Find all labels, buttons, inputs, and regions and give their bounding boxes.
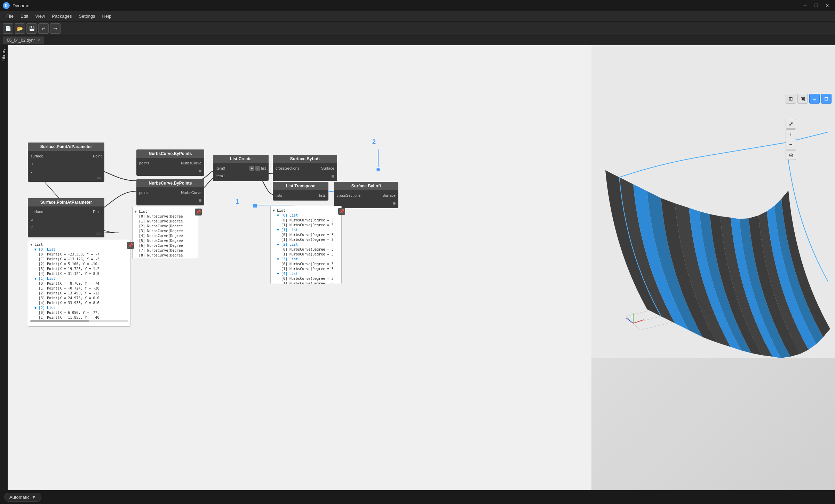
menu-packages[interactable]: Packages (48, 12, 75, 20)
panel-title-points: ▼ List (30, 242, 128, 247)
node-surface-byloft-2[interactable]: Surface.ByLoft crossSections Surface (334, 182, 398, 208)
port-crosssections-label2: crossSections (337, 193, 360, 197)
list-create-controls: + - list (249, 166, 266, 171)
trans-item-4: ▼ [4] List (273, 271, 339, 276)
zoom-out-btn[interactable]: − (786, 140, 796, 149)
port-row-surface1: surface Point (28, 152, 104, 160)
list-create-add-btn[interactable]: + (249, 166, 254, 171)
list-create-remove-btn[interactable]: - (255, 166, 260, 171)
panel-item-0-2: [2] Point(X = 5.100, Y = -10. (30, 262, 128, 267)
port-point-label2: Point (93, 210, 102, 214)
menu-bar: File Edit View Packages Settings Help (0, 11, 835, 22)
panel-item-2: ▼ [2] List (30, 306, 128, 310)
panel-item-1-1: [1] Point(X = -0.724, Y = -38 (30, 286, 128, 291)
menu-help[interactable]: Help (98, 12, 115, 20)
panel-item-0: ▼ [0] List (30, 247, 128, 252)
badge-label-2: 2 (372, 138, 376, 146)
library-panel[interactable]: Library (0, 45, 8, 490)
port-surface-label1: Surface (321, 166, 334, 170)
data-panel-transpose: ▼ List ▼ [0] List [0] NurbsCurve(Degree … (270, 206, 342, 284)
node-list-transpose[interactable]: List.Transpose lists lists (273, 182, 328, 201)
view-controls: ⊞ ▣ ≡ ⊟ ⤢ + − ⊕ (786, 94, 832, 160)
tab-close-icon[interactable]: ✕ (37, 38, 40, 42)
zoom-in-btn[interactable]: + (786, 129, 796, 139)
node-surface-byloft-1[interactable]: Surface.ByLoft crossSections Surface (273, 155, 337, 181)
open-button[interactable]: 📂 (15, 23, 25, 34)
port-row-u1: u (28, 160, 104, 168)
node-nurbs-by-points-1[interactable]: NurbsCurve.ByPoints points NurbsCurve (136, 149, 204, 176)
port-points-label1: points (139, 161, 149, 165)
pin-icon-points[interactable]: 📌 (127, 242, 134, 249)
node-nurbs-by-points-2[interactable]: NurbsCurve.ByPoints points NurbsCurve (136, 179, 204, 205)
zoom-fit-btn[interactable]: ⤢ (786, 119, 796, 129)
port-crosssections-label1: crossSections (276, 166, 299, 170)
port-row-transpose: lists lists (273, 192, 328, 199)
main-canvas[interactable]: Surface.PointAtParameter surface Point u… (8, 45, 835, 490)
trans-item-2: ▼ [2] List (273, 242, 339, 247)
connector-dot-2 (376, 168, 380, 171)
node-surface-point-at-parameter-2[interactable]: Surface.PointAtParameter surface Point u… (28, 198, 104, 237)
nurbs-item-3: [3] NurbsCurve(Degree (135, 229, 196, 234)
port-point-label1: Point (93, 154, 102, 158)
port-row-nurbs1: points NurbsCurve (136, 159, 204, 167)
panel-item-2-0: [0] Point(X = 6.056, Y = -77. (30, 310, 128, 315)
node-surface-point-at-parameter-1[interactable]: Surface.PointAtParameter surface Point u… (28, 143, 104, 182)
port-dot-byloft2 (393, 202, 396, 205)
node-body-list-create: item0 + - list item1 (213, 163, 269, 181)
run-mode-selector[interactable]: Automatic ▼ (4, 493, 41, 502)
trans-item-3-1: [1] NurbsCurve(Degree = 3 (273, 267, 339, 271)
view-background-btn[interactable]: ⊞ (786, 94, 796, 104)
port-u-label1: u (31, 162, 33, 166)
panel-title-nurbs: ▼ List (135, 209, 196, 214)
port-nurbscurve-label2: NurbsCurve (181, 190, 201, 195)
pin-icon-transpose[interactable]: 📌 (338, 208, 345, 215)
view-split-btn[interactable]: ▣ (797, 94, 808, 104)
port-dot-nurbs2 (199, 199, 201, 202)
port-u-label2: u (31, 217, 33, 221)
view-3d-btn[interactable]: ⊟ (821, 94, 832, 104)
menu-file[interactable]: File (3, 12, 17, 20)
node-xxx2: xxx (28, 231, 104, 236)
undo-button[interactable]: ↩ (38, 23, 49, 34)
save-button[interactable]: 💾 (26, 23, 37, 34)
panel-item-0-0: [0] Point(X = -23.358, Y = -7 (30, 252, 128, 257)
port-item0-label: item0 (216, 166, 225, 170)
nurbs1-dot (136, 167, 204, 174)
redo-button[interactable]: ↪ (50, 23, 61, 34)
port-row-v2: v (28, 223, 104, 231)
menu-edit[interactable]: Edit (17, 12, 32, 20)
panel-item-0-1: [1] Point(X = -13.126, Y = -3 (30, 257, 128, 262)
port-points-label2: points (139, 190, 149, 195)
close-button[interactable]: ✕ (822, 1, 832, 10)
zoom-reset-btn[interactable]: ⊕ (786, 150, 796, 160)
menu-settings[interactable]: Settings (75, 12, 98, 20)
panel-item-1-0: [0] Point(X = -8.769, Y = -74 (30, 281, 128, 286)
node-body-surface-point1: surface Point u v xxx (28, 151, 104, 182)
panel-item-0-4: [4] Point(X = 31.124, Y = 8.5 (30, 271, 128, 276)
node-body-list-transpose: lists lists (273, 190, 328, 201)
node-header-nurbs2: NurbsCurve.ByPoints (136, 179, 204, 187)
scrollbar-points[interactable] (30, 320, 128, 322)
port-dot-nurbs1 (199, 170, 201, 172)
tab-bar: 06_04_02.dyn* ✕ (0, 35, 835, 45)
panel-item-0-3: [3] Point(X = 19.726, Y = 1.2 (30, 267, 128, 271)
scrollbar-thumb-points (30, 320, 89, 322)
port-row-v1: v (28, 168, 104, 175)
node-list-create[interactable]: List.Create item0 + - list item1 (213, 155, 269, 181)
menu-view[interactable]: View (32, 12, 48, 20)
new-button[interactable]: 📄 (3, 23, 13, 34)
pin-icon-nurbs[interactable]: 📌 (195, 209, 202, 216)
node-body-byloft1: crossSections Surface (273, 163, 337, 181)
run-mode-dropdown-icon: ▼ (32, 495, 36, 500)
port-v-label2: v (31, 225, 33, 229)
panel-title-transpose: ▼ List (273, 208, 339, 213)
connector-dot-1 (253, 204, 257, 208)
trans-item-4-0: [0] NurbsCurve(Degree = 3 (273, 276, 339, 281)
nurbs-item-8: [8] NurbsCurve(Degree (135, 253, 196, 258)
port-v-label1: v (31, 169, 33, 173)
panel-item-1-4: [4] Point(X = 33.930, Y = 8.6 (30, 301, 128, 306)
view-graph-btn[interactable]: ≡ (809, 94, 820, 104)
restore-button[interactable]: ❐ (811, 1, 821, 10)
tab-file[interactable]: 06_04_02.dyn* ✕ (3, 36, 44, 44)
minimize-button[interactable]: ─ (800, 1, 810, 10)
